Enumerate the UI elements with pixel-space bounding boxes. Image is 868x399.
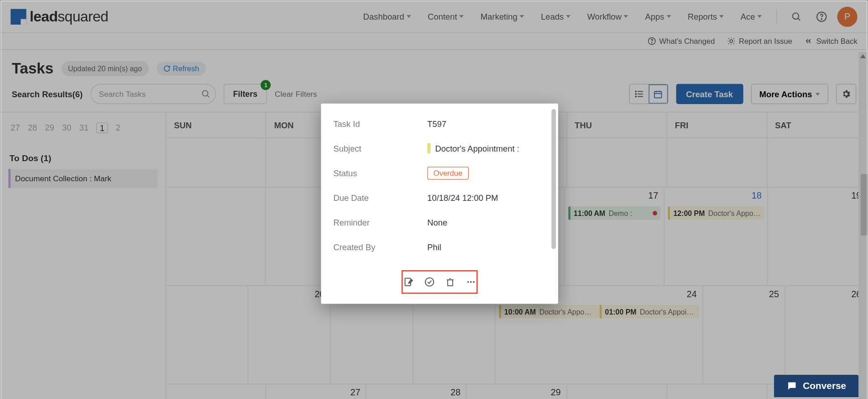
- todo-item[interactable]: Document Collection : Mark: [8, 169, 157, 188]
- calendar-event[interactable]: 12:00 PM Doctor's Appo…: [668, 206, 764, 220]
- field-label: Status: [333, 168, 427, 178]
- report-issue-link[interactable]: Report an Issue: [727, 37, 792, 45]
- chat-icon: [786, 380, 797, 392]
- nav-apps[interactable]: Apps: [639, 8, 676, 25]
- mini-date[interactable]: 29: [45, 122, 54, 133]
- nav-reports[interactable]: Reports: [682, 8, 730, 25]
- mini-date[interactable]: 28: [28, 122, 37, 133]
- nav-leads[interactable]: Leads: [535, 8, 576, 25]
- svg-line-1: [798, 19, 800, 21]
- gear-icon: [841, 89, 851, 99]
- help-icon: [816, 11, 827, 22]
- day-number: 17: [648, 191, 658, 201]
- brand-prefix: lead: [30, 8, 58, 25]
- caret-down-icon: [719, 15, 724, 18]
- status-badge: Overdue: [427, 167, 468, 179]
- calendar-cell[interactable]: [567, 137, 667, 187]
- popover-row: Reminder None: [333, 210, 546, 235]
- caret-down-icon: [566, 15, 570, 18]
- calendar-cell[interactable]: [166, 137, 267, 187]
- search-box: [90, 84, 216, 104]
- view-toggle: [629, 84, 668, 104]
- refresh-button[interactable]: Refresh: [157, 62, 206, 76]
- field-value: Overdue: [427, 167, 468, 179]
- calendar-cell[interactable]: 20: [248, 285, 330, 384]
- switch-back-link[interactable]: Switch Back: [805, 37, 858, 45]
- popover-row: Subject Doctor's Appointment :: [333, 136, 546, 161]
- calendar-cell[interactable]: 18 12:00 PM Doctor's Appo…: [664, 187, 768, 285]
- svg-point-12: [635, 91, 636, 92]
- calendar-cell[interactable]: 27: [267, 384, 367, 399]
- calendar-cell[interactable]: 28: [366, 384, 467, 399]
- task-detail-popover: Task Id T597 Subject Doctor's Appointmen…: [321, 104, 558, 304]
- calendar-event[interactable]: 01:00 PM Doctor's Appoi…: [599, 305, 699, 318]
- popover-row: Status Overdue: [333, 161, 546, 185]
- nav-content[interactable]: Content: [422, 8, 470, 25]
- calendar-cell[interactable]: [166, 285, 248, 384]
- nav-dashboard[interactable]: Dashboard: [357, 8, 416, 25]
- svg-point-5: [651, 42, 652, 43]
- caret-down-icon: [624, 15, 628, 18]
- mini-date-today[interactable]: 1: [96, 122, 108, 133]
- calendar-cell[interactable]: [667, 384, 768, 399]
- brand-logo[interactable]: leadsquared: [10, 8, 108, 25]
- nav-ace[interactable]: Ace: [735, 8, 767, 25]
- mini-date[interactable]: 31: [79, 122, 89, 133]
- scroll-up-icon[interactable]: [860, 54, 866, 58]
- search-icon: [790, 11, 801, 22]
- calendar-cell[interactable]: [767, 137, 868, 187]
- search-input[interactable]: [90, 84, 216, 104]
- popover-row: Task Id T597: [333, 111, 546, 136]
- calendar-cell[interactable]: [166, 384, 267, 399]
- help-button[interactable]: [811, 6, 831, 26]
- calendar-cell[interactable]: 25: [703, 285, 785, 384]
- mini-date[interactable]: 30: [62, 122, 71, 133]
- edit-task-button[interactable]: [403, 276, 414, 288]
- more-options-button[interactable]: [465, 276, 477, 288]
- nav-items: Dashboard Content Marketing Leads Workfl…: [357, 6, 857, 26]
- nav-marketing[interactable]: Marketing: [475, 8, 530, 25]
- caret-down-icon: [407, 15, 411, 18]
- converse-widget[interactable]: Converse: [774, 375, 858, 397]
- overdue-dot-icon: [653, 211, 657, 215]
- user-avatar[interactable]: P: [837, 6, 858, 26]
- mini-date[interactable]: 2: [115, 122, 120, 133]
- help-icon: [648, 37, 656, 45]
- list-view-button[interactable]: [629, 84, 648, 104]
- delete-task-button[interactable]: [445, 276, 455, 288]
- clear-filters-link[interactable]: Clear Filters: [275, 89, 317, 99]
- calendar-cell[interactable]: 17 11:00 AM Demo :: [565, 187, 664, 285]
- scroll-thumb[interactable]: [861, 174, 868, 236]
- filters-button[interactable]: Filters 1: [224, 84, 267, 104]
- svg-point-14: [635, 96, 636, 97]
- refresh-icon: [163, 65, 171, 72]
- util-bar: What's Changed Report an Issue Switch Ba…: [0, 33, 868, 50]
- calendar-cell[interactable]: [667, 137, 768, 187]
- complete-task-button[interactable]: [424, 276, 435, 288]
- popover-scrollbar[interactable]: [551, 109, 556, 249]
- field-value: None: [427, 217, 447, 227]
- more-actions-button[interactable]: More Actions: [751, 84, 828, 104]
- calendar-cell[interactable]: [166, 187, 266, 285]
- mini-date[interactable]: 27: [10, 122, 20, 133]
- calendar-view-button[interactable]: [648, 84, 668, 104]
- search-button[interactable]: [786, 6, 806, 26]
- whats-changed-link[interactable]: What's Changed: [648, 37, 715, 45]
- calendar-cell[interactable]: 29: [467, 384, 567, 399]
- field-label: Task Id: [333, 119, 427, 128]
- filters-badge: 1: [261, 80, 271, 90]
- calendar-event[interactable]: 11:00 AM Demo :: [568, 206, 660, 220]
- calendar-cell[interactable]: [567, 384, 667, 399]
- create-task-button[interactable]: Create Task: [676, 84, 743, 104]
- calendar-cell[interactable]: 19: [768, 187, 867, 285]
- svg-point-6: [730, 40, 732, 42]
- edit-icon: [403, 276, 414, 288]
- svg-point-25: [470, 281, 472, 283]
- svg-point-3: [821, 18, 822, 19]
- calendar-cell[interactable]: 26: [785, 285, 867, 384]
- field-label: Due Date: [333, 193, 427, 202]
- trash-icon: [445, 277, 455, 287]
- svg-point-20: [425, 278, 434, 286]
- nav-workflow[interactable]: Workflow: [582, 8, 634, 25]
- settings-button[interactable]: [836, 84, 856, 104]
